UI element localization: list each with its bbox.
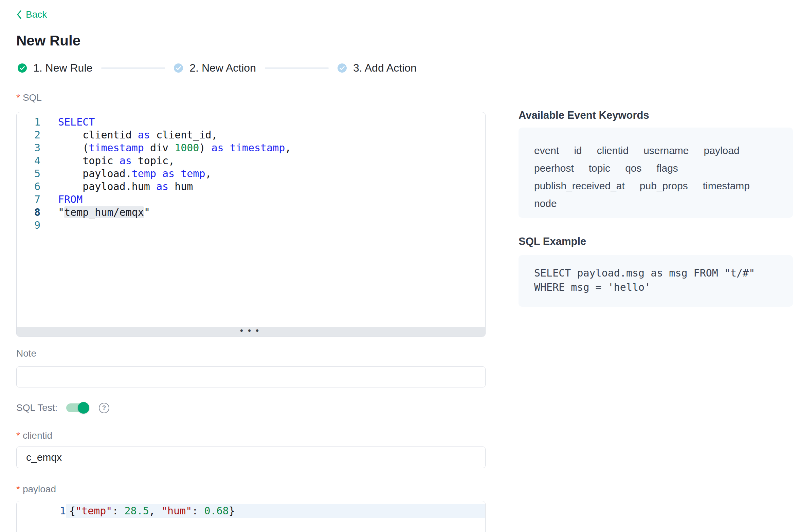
keywords-panel-title: Available Event Keywords xyxy=(519,109,649,121)
sql-code-line[interactable]: 5 payload.temp as temp, xyxy=(17,167,485,180)
line-number: 2 xyxy=(17,129,40,141)
code-token: as xyxy=(212,142,224,154)
sql-code-lines: 1SELECT2 clientid as client_id,3 (timest… xyxy=(17,112,485,232)
code-token: ) xyxy=(199,142,211,154)
sql-code-line[interactable]: 7FROM xyxy=(17,193,485,206)
sql-code-line[interactable]: 3 (timestamp div 1000) as timestamp, xyxy=(17,141,485,154)
code-token: SELECT xyxy=(58,116,95,128)
payload-code-editor[interactable]: 1{"temp": 28.5, "hum": 0.68} xyxy=(16,501,486,532)
indent-guide xyxy=(52,129,52,193)
sql-code-line[interactable]: 1SELECT xyxy=(17,116,485,129)
code-token: " xyxy=(144,206,150,218)
keyword-item[interactable]: peerhost xyxy=(534,159,574,177)
payload-code-line[interactable]: 1{"temp": 28.5, "hum": 0.68} xyxy=(17,504,485,518)
line-number: 4 xyxy=(17,154,40,167)
wizard-stepper: 1. New Rule 2. New Action 3. Add Action xyxy=(18,62,417,74)
code-token: FROM xyxy=(58,193,83,205)
code-token: : xyxy=(112,505,124,517)
code-token: 28.5 xyxy=(125,505,149,517)
code-token xyxy=(156,168,162,179)
code-token: topic, xyxy=(132,155,175,167)
code-token xyxy=(224,142,230,154)
code-token: as xyxy=(120,155,132,167)
step-connector xyxy=(101,68,165,69)
code-token: temp xyxy=(181,168,205,179)
note-input[interactable] xyxy=(16,366,486,387)
step-connector xyxy=(265,68,329,69)
sql-code-line[interactable]: 9 xyxy=(17,219,485,232)
line-number: 7 xyxy=(17,193,40,206)
step-1-label: 1. New Rule xyxy=(33,62,92,74)
keyword-row: eventidclientidusernamepayload xyxy=(534,142,781,159)
note-field-label: Note xyxy=(16,348,36,359)
keyword-item[interactable]: timestamp xyxy=(703,177,750,195)
step-3-check-icon xyxy=(338,63,347,73)
code-token: hum xyxy=(168,180,193,192)
code-token: "hum" xyxy=(161,505,192,517)
code-token: payload. xyxy=(58,168,132,179)
sql-code-line[interactable]: 4 topic as topic, xyxy=(17,154,485,167)
keyword-row: peerhosttopicqosflags xyxy=(534,159,781,177)
editor-resize-handle[interactable]: ••• xyxy=(17,327,485,337)
sql-example-title: SQL Example xyxy=(519,235,586,248)
sql-code-editor[interactable]: 1SELECT2 clientid as client_id,3 (timest… xyxy=(16,112,486,337)
keyword-item[interactable]: topic xyxy=(589,159,610,177)
step-1-check-icon xyxy=(18,63,27,73)
keyword-item[interactable]: id xyxy=(574,142,582,159)
code-token: { xyxy=(69,505,75,517)
indent-guide xyxy=(64,129,64,193)
code-token: ( xyxy=(58,142,89,154)
code-token: } xyxy=(229,505,235,517)
code-token: , xyxy=(205,168,212,179)
keyword-item[interactable]: node xyxy=(534,195,557,212)
code-token: clientid xyxy=(58,129,138,141)
code-token: 0.68 xyxy=(204,505,229,517)
sql-test-toggle[interactable] xyxy=(66,403,89,412)
line-number: 5 xyxy=(17,167,40,180)
keyword-item[interactable]: pub_props xyxy=(640,177,688,195)
sql-test-label: SQL Test: xyxy=(16,402,66,413)
sql-code-line[interactable]: 8"temp_hum/emqx" xyxy=(17,206,485,219)
keyword-item[interactable]: clientid xyxy=(597,142,629,159)
code-token: , xyxy=(149,505,161,517)
keyword-item[interactable]: qos xyxy=(625,159,641,177)
clientid-input[interactable] xyxy=(16,446,486,468)
line-number: 8 xyxy=(17,206,40,219)
code-token: 1000 xyxy=(175,142,199,154)
step-3-label: 3. Add Action xyxy=(353,62,417,74)
required-star: * xyxy=(16,430,20,441)
code-token: as xyxy=(156,180,168,192)
payload-field-label: *payload xyxy=(16,484,56,495)
required-star: * xyxy=(16,484,20,494)
keyword-item[interactable]: payload xyxy=(704,142,740,159)
code-token: timestamp xyxy=(89,142,144,154)
keyword-item[interactable]: username xyxy=(643,142,689,159)
page-title: New Rule xyxy=(16,33,80,49)
keyword-row: publish_received_atpub_propstimestamp xyxy=(534,177,781,195)
line-number: 3 xyxy=(17,141,40,154)
step-2-check-icon xyxy=(174,63,183,73)
chevron-left-icon xyxy=(16,10,22,20)
keyword-item[interactable]: event xyxy=(534,142,559,159)
keywords-panel: eventidclientidusernamepayloadpeerhostto… xyxy=(519,128,793,218)
keyword-item[interactable]: publish_received_at xyxy=(534,177,625,195)
payload-code-lines: 1{"temp": 28.5, "hum": 0.68} xyxy=(17,504,485,518)
sql-code-line[interactable]: 6 payload.hum as hum xyxy=(17,180,485,193)
line-number: 1 xyxy=(17,504,66,518)
sql-example-line: SELECT payload.msg as msg FROM "t/#" xyxy=(534,266,786,280)
keyword-item[interactable]: flags xyxy=(657,159,678,177)
sql-example-panel: SELECT payload.msg as msg FROM "t/#"WHER… xyxy=(519,255,793,307)
keyword-row: node xyxy=(534,195,781,212)
code-token: " xyxy=(58,206,64,218)
help-icon[interactable]: ? xyxy=(99,403,109,413)
toggle-knob xyxy=(78,402,89,414)
code-token: div xyxy=(144,142,175,154)
code-token: temp_hum/emqx xyxy=(64,206,144,218)
sql-test-row: SQL Test: ? xyxy=(16,402,109,413)
code-token: payload.hum xyxy=(58,180,156,192)
step-2-label: 2. New Action xyxy=(189,62,256,74)
sql-code-line[interactable]: 2 clientid as client_id, xyxy=(17,129,485,141)
back-button[interactable]: Back xyxy=(16,9,47,20)
back-label: Back xyxy=(26,9,47,20)
code-token xyxy=(175,168,181,179)
